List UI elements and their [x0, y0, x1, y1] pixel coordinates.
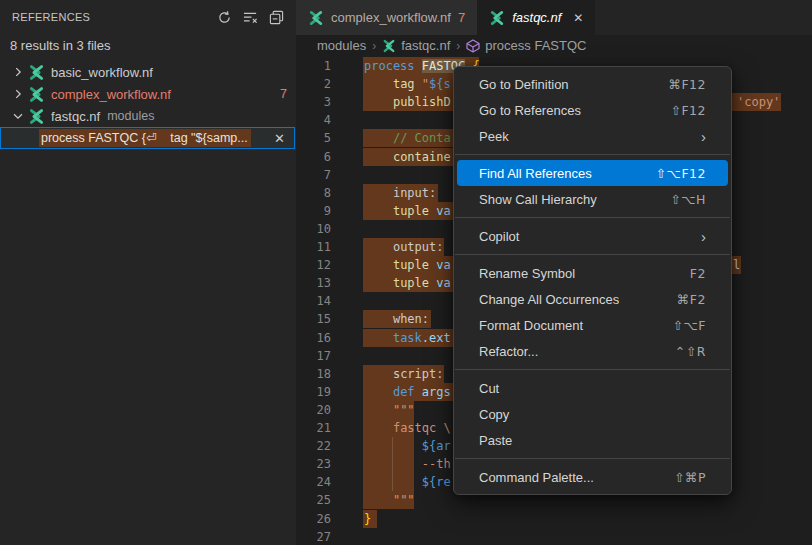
code-text: task.ext	[364, 329, 451, 347]
tree-item-basic-workflow-nf[interactable]: basic_workflow.nf	[0, 61, 296, 83]
menu-item-go-to-references[interactable]: Go to References⇧F12	[457, 97, 728, 123]
menu-separator	[455, 458, 730, 459]
editor-context-menu: Go to Definition⌘F12Go to References⇧F12…	[453, 66, 732, 495]
menu-item-shortcut: ⇧⌥H	[670, 192, 706, 207]
menu-item-label: Go to Definition	[479, 77, 569, 92]
code-text: // Conta	[364, 129, 451, 147]
file-name-label: basic_workflow.nf	[51, 65, 153, 80]
tree-item-fastqc-nf[interactable]: fastqc.nfmodules	[0, 105, 296, 127]
code-line-26[interactable]: }	[296, 510, 812, 528]
menu-item-label: Find All References	[479, 166, 592, 181]
tab-close-icon[interactable]: ✕	[573, 11, 583, 25]
references-panel-header: REFERENCES	[0, 0, 296, 34]
code-line-27[interactable]	[296, 528, 812, 545]
chevron-down-icon[interactable]	[10, 108, 26, 124]
editor-tab-bar: complex_workflow.nf7fastqc.nf✕	[296, 0, 812, 35]
tab-complex-workflow-nf[interactable]: complex_workflow.nf7	[296, 0, 477, 35]
code-text: output:	[364, 238, 443, 256]
code-text: publishD	[364, 93, 451, 111]
file-name-label: fastqc.nf	[51, 109, 100, 124]
menu-item-label: Copy	[479, 407, 509, 422]
results-file-tree: basic_workflow.nfcomplex_workflow.nf7fas…	[0, 61, 296, 127]
menu-item-cut[interactable]: Cut	[457, 375, 728, 401]
code-text: input:	[364, 184, 436, 202]
menu-item-label: Cut	[479, 381, 499, 396]
menu-item-shortcut: ⇧⌘P	[674, 470, 706, 485]
tab-fastqc-nf[interactable]: fastqc.nf✕	[477, 0, 595, 35]
tree-item-complex-workflow-nf[interactable]: complex_workflow.nf7	[0, 83, 296, 105]
code-text: when:	[364, 310, 429, 328]
menu-separator	[455, 217, 730, 218]
menu-item-peek[interactable]: Peek›	[457, 123, 728, 149]
menu-item-shortcut: ⇧⌥F12	[656, 166, 706, 181]
menu-item-change-all-occurrences[interactable]: Change All Occurrences⌘F2	[457, 286, 728, 312]
code-text: tuple va	[364, 274, 451, 292]
code-text: script:	[364, 365, 443, 383]
code-text: """	[364, 491, 415, 509]
refresh-icon[interactable]	[216, 9, 232, 25]
nextflow-file-icon	[382, 39, 396, 53]
menu-item-label: Copilot	[479, 229, 519, 244]
menu-item-rename-symbol[interactable]: Rename SymbolF2	[457, 260, 728, 286]
code-text: ${re	[364, 473, 451, 491]
menu-item-format-document[interactable]: Format Document⇧⌥F	[457, 312, 728, 338]
menu-item-show-call-hierarchy[interactable]: Show Call Hierarchy⇧⌥H	[457, 186, 728, 212]
chevron-right-icon[interactable]	[10, 64, 26, 80]
menu-item-shortcut: ⇧⌥F	[672, 318, 706, 333]
code-text: """	[364, 401, 415, 419]
menu-item-shortcut: ⌘F12	[668, 77, 706, 92]
results-summary: 8 results in 3 files	[10, 38, 110, 53]
code-text: --th	[364, 455, 451, 473]
references-panel-title: REFERENCES	[12, 11, 90, 23]
menu-item-label: Change All Occurrences	[479, 292, 619, 307]
menu-separator	[455, 369, 730, 370]
menu-item-label: Command Palette...	[479, 470, 594, 485]
submenu-arrow-icon: ›	[701, 229, 706, 244]
menu-item-go-to-definition[interactable]: Go to Definition⌘F12	[457, 71, 728, 97]
nextflow-file-icon	[28, 86, 45, 103]
menu-item-refactor[interactable]: Refactor...⌃⇧R	[457, 338, 728, 364]
menu-item-shortcut: F2	[690, 266, 706, 281]
menu-item-copilot[interactable]: Copilot›	[457, 223, 728, 249]
clear-results-icon[interactable]	[242, 9, 258, 25]
vscode-window: REFERENCES 8 results in 3 files basic_wo…	[0, 0, 812, 545]
menu-item-shortcut: ⌘F2	[677, 292, 706, 307]
breadcrumb-item-modules[interactable]: modules	[317, 38, 366, 53]
code-text: containe	[364, 148, 451, 166]
code-text: tuple va	[364, 202, 451, 220]
menu-separator	[455, 254, 730, 255]
menu-item-label: Paste	[479, 433, 512, 448]
code-text-fragment: l	[733, 256, 740, 274]
references-toolbar	[216, 9, 284, 25]
menu-item-shortcut: ⌃⇧R	[675, 344, 706, 359]
menu-item-label: Go to References	[479, 103, 581, 118]
result-item-process-fastqc[interactable]: process FASTQC {⏎ tag "${samp... ✕	[0, 127, 295, 149]
menu-item-label: Rename Symbol	[479, 266, 575, 281]
nextflow-file-icon	[489, 10, 505, 26]
menu-item-command-palette[interactable]: Command Palette...⇧⌘P	[457, 464, 728, 490]
symbol-module-icon	[466, 39, 480, 53]
nextflow-file-icon	[28, 64, 45, 81]
menu-item-paste[interactable]: Paste	[457, 427, 728, 453]
menu-item-label: Peek	[479, 129, 509, 144]
breadcrumb-separator: ›	[456, 39, 460, 53]
chevron-right-icon[interactable]	[10, 86, 26, 102]
menu-item-find-all-references[interactable]: Find All References⇧⌥F12	[457, 160, 728, 186]
code-text: tuple va	[364, 256, 451, 274]
menu-item-label: Format Document	[479, 318, 583, 333]
dismiss-result-icon[interactable]: ✕	[274, 131, 285, 146]
code-text: fastqc \	[364, 419, 451, 437]
breadcrumb-item-fastqc[interactable]: fastqc.nf	[401, 38, 450, 53]
file-folder-label: modules	[107, 109, 154, 123]
tab-label: complex_workflow.nf	[331, 10, 451, 25]
references-sidebar: REFERENCES 8 results in 3 files basic_wo…	[0, 0, 296, 545]
nextflow-file-icon	[308, 10, 324, 26]
tab-label: fastqc.nf	[512, 10, 561, 25]
code-text: ${ar	[364, 437, 451, 455]
tab-result-count-badge: 7	[458, 10, 465, 25]
code-text: }	[364, 510, 371, 528]
collapse-all-icon[interactable]	[268, 9, 284, 25]
menu-item-copy[interactable]: Copy	[457, 401, 728, 427]
breadcrumb-item-process-fastqc[interactable]: process FASTQC	[485, 38, 586, 53]
file-name-label: complex_workflow.nf	[51, 87, 171, 102]
